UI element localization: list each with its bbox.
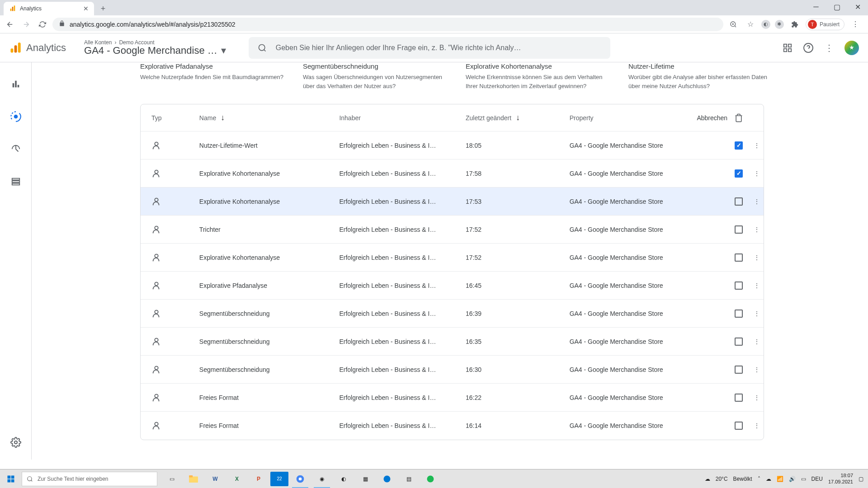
row-checkbox[interactable] bbox=[735, 282, 743, 290]
nav-ads-icon[interactable] bbox=[8, 141, 24, 157]
weather-icon[interactable]: ☁ bbox=[705, 476, 710, 482]
extension-icon-1[interactable]: ◐ bbox=[761, 20, 770, 29]
back-button[interactable] bbox=[4, 18, 16, 31]
nav-reports-icon[interactable] bbox=[8, 76, 24, 92]
mail-icon[interactable]: 22 bbox=[270, 472, 288, 486]
onedrive-icon[interactable]: ☁ bbox=[766, 476, 771, 482]
row-checkbox[interactable] bbox=[735, 338, 743, 346]
app-icon-1[interactable]: ◐ bbox=[334, 470, 354, 488]
table-row[interactable]: Nutzer-Lifetime-Wert Erfolgreich Leben -… bbox=[141, 131, 764, 160]
table-row[interactable]: Segmentüberschneidung Erfolgreich Leben … bbox=[141, 300, 764, 328]
clock[interactable]: 18:07 17.09.2021 bbox=[828, 473, 853, 484]
row-more-icon[interactable]: ⋮ bbox=[750, 310, 764, 317]
row-more-icon[interactable]: ⋮ bbox=[750, 142, 764, 149]
language-indicator[interactable]: DEU bbox=[811, 476, 823, 482]
help-icon[interactable] bbox=[803, 42, 814, 53]
table-row[interactable]: Explorative Pfadanalyse Erfolgreich Lebe… bbox=[141, 272, 764, 300]
row-more-icon[interactable]: ⋮ bbox=[750, 394, 764, 401]
table-row[interactable]: Segmentüberschneidung Erfolgreich Leben … bbox=[141, 356, 764, 384]
row-more-icon[interactable]: ⋮ bbox=[750, 198, 764, 205]
row-checkbox[interactable] bbox=[735, 253, 743, 262]
delete-button[interactable] bbox=[727, 113, 750, 122]
chrome-icon[interactable] bbox=[290, 470, 310, 488]
chrome-menu-icon[interactable]: ⋮ bbox=[849, 18, 862, 31]
table-row[interactable]: Freies Format Erfolgreich Leben - Busine… bbox=[141, 412, 764, 440]
close-window-button[interactable]: ✕ bbox=[847, 0, 868, 14]
row-checkbox[interactable] bbox=[735, 141, 743, 150]
row-more-icon[interactable]: ⋮ bbox=[750, 226, 764, 233]
row-more-icon[interactable]: ⋮ bbox=[750, 422, 764, 429]
row-checkbox[interactable] bbox=[735, 422, 743, 430]
notepad-icon[interactable]: ▤ bbox=[399, 470, 419, 488]
nav-settings-icon[interactable] bbox=[8, 434, 24, 450]
col-type[interactable]: Typ bbox=[141, 114, 199, 122]
notifications-icon[interactable]: ▢ bbox=[859, 476, 863, 482]
battery-icon[interactable]: ▭ bbox=[801, 476, 806, 482]
maximize-button[interactable]: ▢ bbox=[826, 0, 847, 14]
cancel-button[interactable]: Abbrechen bbox=[687, 114, 727, 122]
new-tab-button[interactable]: + bbox=[97, 2, 109, 15]
weather-text[interactable]: Bewölkt bbox=[733, 476, 752, 482]
table-row[interactable]: Explorative Kohortenanalyse Erfolgreich … bbox=[141, 160, 764, 188]
volume-icon[interactable]: 🔊 bbox=[789, 476, 796, 482]
edge-icon[interactable] bbox=[377, 470, 397, 488]
chevron-down-icon[interactable]: ▾ bbox=[221, 45, 226, 56]
weather-temp[interactable]: 20°C bbox=[716, 476, 728, 482]
spotify-icon[interactable] bbox=[420, 470, 440, 488]
table-row[interactable]: Trichter Erfolgreich Leben - Business & … bbox=[141, 216, 764, 244]
row-checkbox[interactable] bbox=[735, 225, 743, 234]
nav-config-icon[interactable] bbox=[8, 174, 24, 190]
template-card[interactable]: Explorative Pfadanalyse Welche Nutzerpfa… bbox=[140, 62, 285, 90]
row-checkbox[interactable] bbox=[735, 366, 743, 374]
reload-button[interactable] bbox=[36, 18, 49, 31]
omnibox[interactable]: analytics.google.com/analytics/web/#/ana… bbox=[52, 18, 723, 31]
excel-icon[interactable]: X bbox=[227, 470, 247, 488]
browser-tab[interactable]: Analytics ✕ bbox=[4, 2, 94, 15]
table-row[interactable]: Explorative Kohortenanalyse Erfolgreich … bbox=[141, 244, 764, 272]
close-tab-icon[interactable]: ✕ bbox=[83, 5, 89, 12]
user-avatar[interactable]: ★ bbox=[844, 41, 859, 55]
col-modified[interactable]: Zuletzt geändert↓ bbox=[466, 113, 570, 122]
kebab-menu-icon[interactable]: ⋮ bbox=[824, 42, 835, 53]
nav-explore-icon[interactable] bbox=[8, 108, 24, 125]
powerpoint-icon[interactable]: P bbox=[249, 470, 269, 488]
table-row[interactable]: Segmentüberschneidung Erfolgreich Leben … bbox=[141, 328, 764, 356]
explorer-icon[interactable] bbox=[184, 470, 203, 488]
obs-icon[interactable]: ◉ bbox=[312, 470, 332, 488]
profile-chip[interactable]: T Pausiert bbox=[806, 19, 844, 30]
row-more-icon[interactable]: ⋮ bbox=[750, 282, 764, 289]
taskbar-search[interactable]: Zur Suche Text hier eingeben bbox=[22, 472, 157, 486]
extensions-puzzle-icon[interactable] bbox=[788, 18, 801, 31]
zoom-icon[interactable] bbox=[727, 18, 740, 31]
row-checkbox[interactable] bbox=[735, 197, 743, 206]
row-more-icon[interactable]: ⋮ bbox=[750, 338, 764, 345]
forward-button[interactable] bbox=[20, 18, 33, 31]
app-icon-2[interactable]: ▦ bbox=[355, 470, 375, 488]
col-name[interactable]: Name↓ bbox=[199, 113, 340, 122]
tray-chevron-icon[interactable]: ˄ bbox=[758, 476, 760, 482]
start-button[interactable] bbox=[0, 469, 22, 488]
col-owner[interactable]: Inhaber bbox=[339, 114, 466, 122]
extension-icon-2[interactable]: ✱ bbox=[775, 20, 784, 29]
row-more-icon[interactable]: ⋮ bbox=[750, 254, 764, 261]
table-row[interactable]: Freies Format Erfolgreich Leben - Busine… bbox=[141, 384, 764, 412]
template-card[interactable]: Explorative Kohortenanalyse Welche Erken… bbox=[466, 62, 610, 90]
row-more-icon[interactable]: ⋮ bbox=[750, 366, 764, 373]
diamond-icon[interactable] bbox=[782, 42, 793, 53]
row-checkbox[interactable] bbox=[735, 394, 743, 402]
bookmark-star-icon[interactable]: ☆ bbox=[744, 18, 757, 31]
row-checkbox[interactable] bbox=[735, 310, 743, 318]
analytics-logo[interactable]: Analytics bbox=[9, 42, 66, 54]
row-checkbox[interactable] bbox=[735, 169, 743, 178]
breadcrumb[interactable]: Alle Konten › Demo Account GA4 - Google … bbox=[84, 39, 226, 56]
template-card[interactable]: Nutzer-Lifetime Worüber gibt die Analyse… bbox=[628, 62, 773, 90]
table-row[interactable]: Explorative Kohortenanalyse Erfolgreich … bbox=[141, 188, 764, 216]
template-card[interactable]: Segmentüberschneidung Was sagen Überschn… bbox=[303, 62, 448, 90]
row-more-icon[interactable]: ⋮ bbox=[750, 170, 764, 177]
col-property[interactable]: Property bbox=[570, 114, 687, 122]
app-search[interactable]: Geben Sie hier Ihr Anliegen oder Ihre Fr… bbox=[249, 37, 610, 59]
taskview-icon[interactable]: ▭ bbox=[162, 470, 182, 488]
minimize-button[interactable]: ─ bbox=[806, 0, 826, 14]
network-icon[interactable]: 📶 bbox=[777, 476, 783, 482]
word-icon[interactable]: W bbox=[205, 470, 225, 488]
